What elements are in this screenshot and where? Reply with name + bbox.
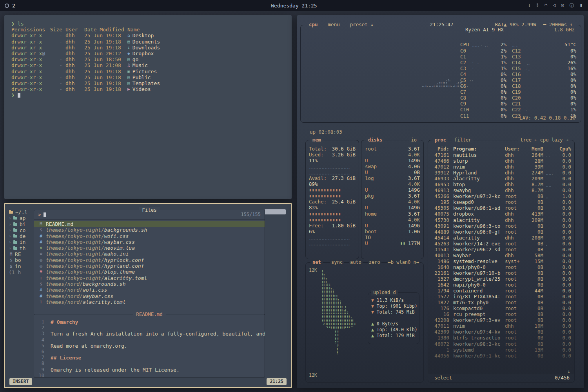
process-row[interactable]: 47466slurpdhh28M0.0 (431, 158, 571, 164)
picker-item[interactable]: ⚙themes/tokyo-night/mako.ini (34, 251, 265, 257)
files-picker[interactable]: Files > 155/155 MREADME.md$themes/tokyo-… (34, 210, 265, 377)
picker-item[interactable]: #themes/tokyo-night/wofi.css (34, 233, 265, 239)
proc-title[interactable]: proc (433, 137, 448, 143)
process-row[interactable]: 45263kworker/14:2-everoot0B⡀0.6 (431, 241, 571, 247)
proc-header-1[interactable]: Program: (453, 146, 505, 152)
btop-window[interactable]: cpu menu preset ★ 21:25:47 BAT▲ 98% 2.99… (297, 15, 584, 388)
picker-item[interactable]: ⊤themes/nord/alacritty.toml (34, 299, 265, 305)
proc-header-3[interactable]: MemB (525, 146, 543, 152)
process-row[interactable]: 46933alacrittydhh209M0.0 (431, 176, 571, 181)
battery-icon[interactable]: ▮ (580, 2, 583, 9)
process-row[interactable]: 45730alacrittydhh209M0.0 (431, 217, 571, 223)
process-row[interactable]: 42208kworker/u97:3-evroot0B0.0 (431, 317, 571, 323)
picker-item[interactable]: ∨themes/tokyo-night/neovim.lua (34, 245, 265, 251)
workspace-indicator[interactable]: 2 (0, 3, 15, 9)
tree-item-in[interactable]: ›in (9, 239, 34, 245)
picker-item[interactable]: $themes/nord/backgrounds.sh (34, 281, 265, 287)
process-row[interactable]: 43091kworker/u96:3-coroot0B0.0 (431, 223, 571, 229)
net-option-3[interactable]: ←b wlan0 n→ (387, 260, 420, 265)
tree-item-in[interactable]: $in (9, 263, 34, 269)
process-row[interactable]: 40013waybardhh58M0.0 (431, 252, 571, 258)
picker-item[interactable]: #themes/nord/wofi.css (34, 287, 265, 293)
tree-item-bo[interactable]: $bo (9, 257, 34, 263)
tree-item-bi[interactable]: ›bi (9, 221, 34, 227)
process-row[interactable]: 44889kworker/u96:0-gfroot0B0.0 (431, 229, 571, 235)
process-row[interactable]: 1380btrfs-transactioroot0B0.0 (431, 335, 571, 341)
process-row[interactable]: 1642napi/phy0-0root0B0.0 (431, 282, 571, 288)
user: dhh (65, 86, 81, 92)
process-row[interactable]: 1794containerdroot44M0.0 (431, 288, 571, 294)
process-row[interactable]: 45305kworker/u96:1-sdroot0B0.0 (431, 205, 571, 211)
info-icon[interactable]: ⓘ (570, 2, 574, 9)
net-option-2[interactable]: zero (368, 260, 381, 265)
process-row[interactable]: 1640napi/phy0-0root0B0.0 (431, 264, 571, 270)
disks-title[interactable]: disks (366, 137, 384, 143)
process-row[interactable]: 195kswapd0root0B0.0 (431, 199, 571, 205)
download-icon[interactable]: ↓ (528, 2, 531, 9)
process-row[interactable]: 1systemdroot13M0.0 (431, 347, 571, 353)
tree-item-1h[interactable]: (1 h (9, 269, 34, 275)
picker-item[interactable]: ⊤themes/tokyo-night/alacritty.toml (34, 275, 265, 281)
wifi-icon[interactable]: ◠ (544, 2, 547, 9)
picker-item[interactable]: ♥themes/tokyo-night/btop.theme (34, 269, 265, 275)
process-row[interactable]: 1327dmcrypt_write/25root0B0.0 (431, 276, 571, 282)
process-row[interactable]: 22161kworker/u97:10-broot0B0.0 (431, 270, 571, 276)
process-row[interactable]: 47011nvimdhh10M0.0 (431, 323, 571, 329)
process-row[interactable]: 46913swaybgdhh8.7M0.0 (431, 187, 571, 193)
scroll-down-indicator[interactable]: ↓ (567, 368, 570, 374)
menu-button[interactable]: menu (327, 22, 341, 27)
tree-item-RE[interactable]: MRE (9, 251, 34, 257)
picker-item[interactable]: ◎themes/tokyo-night/hyprland.conf (34, 263, 265, 269)
picker-item[interactable]: $themes/tokyo-night/backgrounds.sh (34, 227, 265, 233)
process-row[interactable]: 16rcu_preemptroot0B0.0 (431, 311, 571, 317)
picker-item[interactable]: #themes/tokyo-night/waybar.css (34, 239, 265, 245)
preset-button[interactable]: preset ★ (348, 22, 375, 27)
tree-item-co[interactable]: ›co (9, 227, 34, 233)
process-row[interactable]: 31541kworker/u96:2-sdroot0B0.0 (431, 247, 571, 252)
net-option-1[interactable]: auto (349, 260, 363, 265)
process-row[interactable]: 45414alacrittydhh208M0.0 (431, 235, 571, 241)
io-toggle[interactable]: io (409, 137, 419, 143)
net-title[interactable]: net (310, 260, 323, 265)
process-row[interactable]: 44956kworker/u97:1-kcroot0B0.0 (431, 353, 571, 359)
command-line-next[interactable]: ❯ (11, 92, 286, 98)
neovim-window[interactable]: ~/.l ›ap›bi›co›de›in›thMRE$bo$in(1 h Fil… (4, 203, 292, 388)
net-option-0[interactable]: sync (330, 260, 344, 265)
picker-item[interactable]: #themes/nord/waybar.css (34, 293, 265, 299)
proc-header-0[interactable]: Pid: (431, 146, 449, 152)
tab-cpu[interactable]: cpu (307, 22, 319, 27)
process-row[interactable]: 42309kworker/u97:4-kvroot0B0.0 (431, 329, 571, 335)
process-row[interactable]: 40075dropboxdhh413M0.0 (431, 211, 571, 217)
refresh-interval[interactable]: ─ 2000ms ↑ (542, 22, 574, 27)
filter-button[interactable]: filter (452, 137, 473, 143)
process-row[interactable]: 47161nautilusdhh264M⡀⡀0.0 (431, 152, 571, 158)
uptime: up 02:08:03 (310, 129, 342, 135)
tree-root[interactable]: ~/.l (9, 209, 34, 215)
process-row[interactable]: 47012nvimdhh39M0.0 (431, 164, 571, 170)
process-row[interactable]: 176kcompactd0root0B0.0 (431, 305, 571, 311)
process-row[interactable]: 1577irq/81-PIXA3854:root0B0.0 (431, 294, 571, 299)
volume-icon[interactable]: ◁ (553, 2, 555, 9)
tree-item-de[interactable]: ›de (9, 233, 34, 239)
mic-icon[interactable]: ◎ (561, 2, 564, 9)
select-hint[interactable]: select (434, 375, 452, 381)
process-row[interactable]: 39912Hyprlanddhh274M⣀⣀⡀0.0 (431, 170, 571, 176)
bluetooth-icon[interactable]: ᛒ (536, 2, 539, 9)
process-row[interactable]: 45266kworker/u97:2-kcroot0B⣀1.0 (431, 193, 571, 199)
proc-header-2[interactable]: User: (505, 146, 525, 152)
workspace-number[interactable]: 2 (12, 3, 15, 9)
picker-item[interactable]: MREADME.md (34, 221, 265, 227)
terminal-window[interactable]: ❯ ls PermissionsSizeUserDate ModifiedNam… (4, 15, 292, 199)
process-row[interactable]: 46953btopdhh8.7M⣀⣀0.0 (431, 181, 571, 187)
filetype-icon: $ (38, 227, 44, 233)
tree-item-ap[interactable]: ›ap (9, 215, 34, 221)
process-row[interactable]: 1486systemd-resolvesyst+15M0.0 (431, 258, 571, 264)
proc-header-4[interactable]: Cpu% (557, 146, 571, 152)
tree-item-th[interactable]: ›th (9, 245, 34, 251)
process-row[interactable]: 1827mt76-tx phy0root0B0.0 (431, 299, 571, 305)
proc-sort-options[interactable]: tree ← cpu lazy → (518, 137, 570, 143)
upload-title[interactable]: upload d (371, 290, 398, 296)
process-row[interactable]: 46072kworker/u98:2-kcroot0B0.0 (431, 341, 571, 347)
mem-title[interactable]: mem (310, 137, 323, 143)
picker-item[interactable]: ◎themes/tokyo-night/hyprlock.conf (34, 257, 265, 263)
